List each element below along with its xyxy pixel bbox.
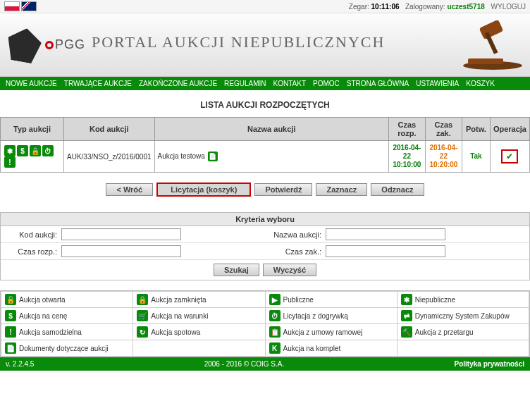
legend-text: Aukcja na komplet bbox=[283, 345, 341, 352]
legend-cell: KAukcja na komplet bbox=[265, 340, 397, 357]
nav-ustawienia[interactable]: USTAWIENIA bbox=[416, 80, 459, 87]
doc-icon[interactable]: 📄 bbox=[208, 152, 218, 161]
flag-uk-icon[interactable] bbox=[21, 1, 37, 11]
col-potw: Potw. bbox=[462, 118, 490, 141]
main-nav: NOWE AUKCJE TRWAJĄCE AUKCJE ZAKOŃCZONE A… bbox=[0, 77, 530, 90]
legend-cell: $Aukcja na cenę bbox=[1, 308, 133, 324]
logout-link[interactable]: WYLOGUJ bbox=[491, 3, 526, 11]
zaznacz-button[interactable]: Zaznacz bbox=[316, 183, 367, 196]
legend-cell: 🔨Aukcja z przetargu bbox=[397, 324, 529, 340]
type-icon: $ bbox=[17, 145, 28, 156]
copyright: 2006 - 2016 © COIG S.A. bbox=[34, 360, 454, 368]
user-name: uczest5718 bbox=[447, 3, 484, 11]
legend-icon: $ bbox=[5, 310, 16, 321]
col-kod: Kod aukcji bbox=[64, 118, 155, 141]
legend-icon: ▶ bbox=[269, 294, 281, 305]
type-icon: 🔒 bbox=[30, 145, 41, 156]
clock-value: 10:11:06 bbox=[371, 3, 400, 11]
legend-text: Aukcja spotowa bbox=[151, 328, 200, 336]
legend-cell: 🛒Aukcja na warunki bbox=[133, 308, 265, 324]
cell-kod: AUK/33/NSO_z/2016/0001 bbox=[64, 141, 155, 173]
nazwa-label: Nazwa aukcji: bbox=[269, 230, 326, 239]
col-rozp: Czas rozp. bbox=[388, 118, 425, 141]
legend: 🔓Aukcja otwarta🔒Aukcja zamknięta▶Publicz… bbox=[0, 290, 530, 357]
zak-input[interactable] bbox=[326, 245, 445, 257]
legend-text: Publiczne bbox=[283, 296, 314, 304]
legend-cell: 🔒Aukcja zamknięta bbox=[133, 292, 265, 308]
odznacz-button[interactable]: Odznacz bbox=[371, 183, 424, 196]
top-bar: Zegar: 10:11:06 Zalogowany: uczest5718 W… bbox=[0, 0, 530, 13]
action-buttons: < Wróć Licytacja (koszyk) Potwierdź Zazn… bbox=[0, 178, 530, 209]
col-op: Operacja bbox=[490, 118, 529, 141]
language-flags bbox=[4, 1, 37, 11]
legend-cell bbox=[133, 340, 265, 357]
svg-rect-1 bbox=[479, 20, 504, 40]
zak-label: Czas zak.: bbox=[269, 247, 326, 256]
logo-dot-icon bbox=[45, 41, 54, 49]
legend-icon: ⏱ bbox=[269, 310, 281, 321]
nav-strona[interactable]: STRONA GŁÓWNA bbox=[347, 80, 409, 87]
nav-regulamin[interactable]: REGULAMIN bbox=[224, 80, 266, 87]
flag-pl-icon[interactable] bbox=[4, 1, 20, 11]
rozp-label: Czas rozp.: bbox=[5, 247, 61, 256]
legend-cell: ⏱Licytacja z dogrywką bbox=[265, 308, 397, 324]
legend-cell: 🔓Aukcja otwarta bbox=[1, 292, 133, 308]
page-title: LISTA AUKCJI ROZPOCZĘTYCH bbox=[0, 90, 530, 117]
legend-text: Niepubliczne bbox=[415, 296, 455, 304]
back-button[interactable]: < Wróć bbox=[106, 183, 153, 196]
legend-cell: ▶Publiczne bbox=[265, 292, 397, 308]
nazwa-input[interactable] bbox=[326, 228, 445, 240]
criteria-box: Kryteria wyboru Kod aukcji: Nazwa aukcji… bbox=[0, 212, 530, 280]
table-header-row: Typ aukcji Kod aukcji Nazwa aukcji Czas … bbox=[1, 118, 530, 141]
licytacja-button[interactable]: Licytacja (koszyk) bbox=[156, 183, 251, 197]
type-icon: ! bbox=[4, 156, 16, 168]
legend-text: Dokumenty dotyczące aukcji bbox=[19, 345, 109, 352]
nav-pomoc[interactable]: POMOC bbox=[313, 80, 340, 87]
cell-zak: 2016-04-22 10:20:00 bbox=[425, 141, 462, 173]
col-nazwa: Nazwa aukcji bbox=[154, 118, 388, 141]
legend-icon: 📋 bbox=[269, 326, 281, 338]
potwierdz-button[interactable]: Potwierdź bbox=[254, 183, 312, 196]
legend-cell: 📄Dokumenty dotyczące aukcji bbox=[1, 340, 133, 357]
wyczysc-button[interactable]: Wyczyść bbox=[263, 264, 316, 276]
top-info: Zegar: 10:11:06 Zalogowany: uczest5718 W… bbox=[349, 3, 526, 11]
privacy-link[interactable]: Polityka prywatności bbox=[455, 360, 524, 368]
table-row: ✱$🔒⏱! AUK/33/NSO_z/2016/0001 Aukcja test… bbox=[1, 141, 530, 173]
legend-cell: ⇄Dynamiczny System Zakupów bbox=[397, 308, 529, 324]
col-typ: Typ aukcji bbox=[1, 118, 64, 141]
cell-potw: Tak bbox=[462, 141, 490, 173]
kod-label: Kod aukcji: bbox=[5, 230, 61, 239]
legend-icon: ✱ bbox=[401, 294, 412, 305]
nav-kontakt[interactable]: KONTAKT bbox=[273, 80, 306, 87]
auction-table: Typ aukcji Kod aukcji Nazwa aukcji Czas … bbox=[0, 117, 530, 173]
rozp-input[interactable] bbox=[61, 245, 181, 257]
legend-text: Aukcja z umowy ramowej bbox=[283, 328, 363, 336]
nav-zakonczone[interactable]: ZAKOŃCZONE AUKCJE bbox=[139, 80, 217, 87]
legend-icon: 🔓 bbox=[5, 294, 16, 305]
legend-icon: 📄 bbox=[5, 342, 16, 354]
legend-text: Aukcja na cenę bbox=[19, 312, 67, 320]
legend-text: Aukcja na warunki bbox=[151, 312, 208, 320]
legend-cell: ✱Niepubliczne bbox=[397, 292, 529, 308]
legend-icon: K bbox=[269, 342, 281, 354]
select-checkbox[interactable]: ✔ bbox=[501, 149, 518, 163]
kod-input[interactable] bbox=[61, 228, 181, 240]
gavel-icon bbox=[454, 16, 524, 73]
svg-rect-3 bbox=[468, 58, 503, 64]
brand-name: PGG bbox=[45, 37, 85, 52]
legend-icon: 🛒 bbox=[137, 310, 148, 321]
footer: v. 2.2.4.5 2006 - 2016 © COIG S.A. Polit… bbox=[0, 357, 530, 371]
type-icon: ⏱ bbox=[42, 145, 54, 156]
legend-icon: ⇄ bbox=[401, 310, 412, 321]
nav-trwajace[interactable]: TRWAJĄCE AUKCJE bbox=[64, 80, 132, 87]
cell-op: ✔ bbox=[490, 141, 529, 173]
nav-nowe[interactable]: NOWE AUKCJE bbox=[6, 80, 57, 87]
legend-text: Aukcja samodzielna bbox=[19, 328, 82, 336]
legend-text: Aukcja zamknięta bbox=[151, 296, 206, 304]
legend-icon: ↻ bbox=[137, 326, 148, 338]
cell-type: ✱$🔒⏱! bbox=[1, 141, 64, 173]
criteria-title: Kryteria wyboru bbox=[1, 213, 529, 226]
szukaj-button[interactable]: Szukaj bbox=[214, 264, 259, 276]
logo-icon bbox=[4, 25, 44, 65]
nav-koszyk[interactable]: KOSZYK bbox=[466, 80, 495, 87]
